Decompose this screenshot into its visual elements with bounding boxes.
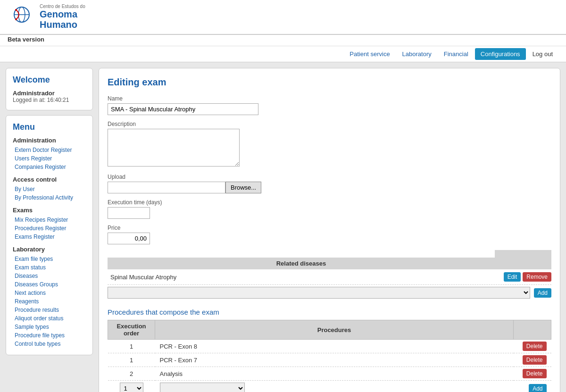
procedures-table: Execution order Procedures 1 PCR - Exon … [108, 320, 551, 392]
sidebar-item-reagents[interactable]: Reagents [13, 297, 86, 306]
proc-order-select[interactable]: 1 2 3 [120, 383, 143, 392]
upload-input[interactable] [108, 182, 225, 193]
exec-order-col-header: Execution order [108, 320, 155, 340]
price-input[interactable] [108, 233, 150, 244]
name-input[interactable] [108, 103, 258, 115]
nav-configurations[interactable]: Configurations [475, 48, 526, 60]
execution-label: Execution time (days) [108, 199, 551, 206]
logo-area: Centro de Estudos do Genoma Humano [8, 4, 85, 30]
name-group: Name [108, 95, 551, 115]
nav-bar: Patient service Laboratory Financial Con… [0, 46, 566, 62]
sidebar-item-sample-types[interactable]: Sample types [13, 323, 86, 331]
page-title: Editing exam [108, 77, 551, 88]
delete-proc-2-button[interactable]: Delete [523, 355, 547, 365]
user-name: Administrador [13, 90, 86, 97]
add-proc-button[interactable]: Add [529, 384, 546, 392]
upload-row: Browse... [108, 182, 551, 193]
sidebar-item-diseases-groups[interactable]: Diseases Groups [13, 280, 86, 289]
execution-group: Execution time (days) [108, 199, 551, 219]
table-row: 2 Analysis Delete [108, 367, 551, 381]
add-disease-button[interactable]: Add [534, 288, 551, 298]
sidebar-item-users[interactable]: Users Register [13, 154, 86, 163]
sidebar-item-control-tube[interactable]: Control tube types [13, 340, 86, 348]
nav-patient-service[interactable]: Patient service [344, 48, 395, 60]
description-label: Description [108, 121, 551, 127]
proc-name-3: Analysis [155, 367, 514, 381]
svg-point-3 [15, 9, 17, 11]
login-time: Logged in at: 16:40:21 [13, 97, 86, 103]
proc-name-select[interactable] [160, 383, 245, 392]
sidebar-item-diseases[interactable]: Diseases [13, 272, 86, 280]
edit-disease-button[interactable]: Edit [504, 272, 521, 282]
proc-order-3: 2 [108, 367, 155, 381]
sidebar-item-extern-doctor[interactable]: Extern Doctor Register [13, 146, 86, 154]
proc-order-2: 1 [108, 353, 155, 367]
related-diseases-section: Related diseases Spinal Muscular Atrophy… [108, 250, 551, 300]
sidebar-item-exam-status[interactable]: Exam status [13, 263, 86, 272]
table-row: 1 PCR - Exon 7 Delete [108, 353, 551, 367]
sidebar-item-by-user[interactable]: By User [13, 185, 86, 193]
section-laboratory: Laboratory [13, 246, 86, 253]
proc-order-1: 1 [108, 340, 155, 353]
welcome-panel: Welcome Administrador Logged in at: 16:4… [6, 68, 93, 110]
section-administration: Administration [13, 137, 86, 144]
sidebar-menu: Menu Administration Extern Doctor Regist… [6, 115, 93, 355]
disease-select[interactable] [108, 287, 530, 299]
sidebar-item-mix-recipes[interactable]: Mix Recipes Register [13, 216, 86, 224]
upload-group: Upload Browse... [108, 174, 551, 193]
table-row: 1 PCR - Exon 8 Delete [108, 340, 551, 353]
sidebar-item-procedures[interactable]: Procedures Register [13, 224, 86, 233]
related-disease-name: Spinal Muscular Atrophy [108, 274, 504, 281]
upload-label: Upload [108, 174, 551, 180]
nav-laboratory[interactable]: Laboratory [397, 48, 437, 60]
sidebar-item-companies[interactable]: Companies Register [13, 163, 86, 171]
sidebar-item-next-actions[interactable]: Next actions [13, 289, 86, 297]
nav-financial[interactable]: Financial [438, 48, 474, 60]
browse-button[interactable]: Browse... [225, 182, 261, 193]
sidebar-item-by-professional[interactable]: By Professional Activity [13, 193, 86, 202]
nav-logout[interactable]: Log out [527, 48, 558, 60]
sidebar-item-procedure-file[interactable]: Procedure file types [13, 331, 86, 340]
delete-proc-1-button[interactable]: Delete [523, 342, 547, 351]
proc-name-1: PCR - Exon 8 [155, 340, 514, 353]
svg-point-4 [15, 18, 17, 20]
procedures-col-header: Procedures [155, 320, 514, 340]
logo-icon [8, 5, 36, 29]
section-exams: Exams [13, 207, 86, 214]
proc-name-2: PCR - Exon 7 [155, 353, 514, 367]
content-panel: Editing exam Name Description Upload Bro… [99, 68, 560, 392]
welcome-title: Welcome [13, 75, 86, 85]
section-access-control: Access control [13, 176, 86, 183]
sidebar-item-exams[interactable]: Exams Register [13, 233, 86, 241]
related-diseases-header: Related diseases [108, 258, 495, 269]
sidebar-item-aliquot-order[interactable]: Aliquot order status [13, 314, 86, 323]
sidebar-item-procedure-results[interactable]: Procedure results [13, 306, 86, 314]
description-input[interactable] [108, 129, 240, 167]
delete-proc-3-button[interactable]: Delete [523, 369, 547, 378]
sidebar: Welcome Administrador Logged in at: 16:4… [6, 68, 93, 392]
execution-input[interactable] [108, 207, 150, 219]
description-group: Description [108, 121, 551, 168]
logo-text: Centro de Estudos do Genoma Humano [40, 4, 85, 30]
main-layout: Welcome Administrador Logged in at: 16:4… [6, 68, 560, 392]
sidebar-item-exam-file-types[interactable]: Exam file types [13, 255, 86, 263]
add-proc-row: 1 2 3 Add [108, 381, 551, 392]
price-group: Price [108, 225, 551, 244]
menu-title: Menu [13, 122, 86, 132]
price-label: Price [108, 225, 551, 231]
name-label: Name [108, 95, 551, 102]
beta-label: Beta version [8, 36, 44, 43]
remove-disease-button[interactable]: Remove [523, 272, 551, 282]
procedures-title: Procedures that compose the exam [108, 308, 551, 316]
